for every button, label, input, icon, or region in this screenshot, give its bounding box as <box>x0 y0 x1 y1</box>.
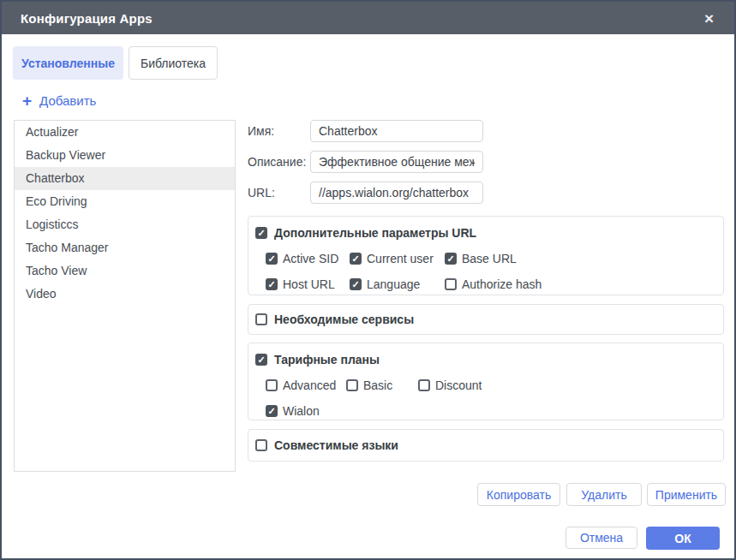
host-url-checkbox[interactable] <box>266 278 278 290</box>
app-list-item[interactable]: Tacho View <box>15 259 235 283</box>
languages-header[interactable]: Совместимые языки <box>248 430 723 452</box>
app-list: Actualizer Backup Viewer Chatterbox Eco … <box>14 120 236 472</box>
add-app-button[interactable]: + Добавить <box>22 90 96 110</box>
app-list-item[interactable]: Logisticcs <box>15 213 235 236</box>
delete-button[interactable]: Удалить <box>566 483 642 506</box>
app-list-item[interactable]: Actualizer <box>15 121 235 144</box>
option-advanced[interactable]: Advanced <box>266 378 346 392</box>
app-list-item-selected[interactable]: Chatterbox <box>15 167 235 190</box>
url-params-section: Дополнительные параметры URL Active SID … <box>248 216 724 295</box>
url-params-checkbox[interactable] <box>255 227 267 239</box>
language-checkbox[interactable] <box>350 278 362 290</box>
languages-checkbox[interactable] <box>255 439 267 451</box>
base-url-checkbox[interactable] <box>445 253 457 265</box>
basic-checkbox[interactable] <box>346 379 358 391</box>
wialon-checkbox[interactable] <box>266 405 278 417</box>
tab-library[interactable]: Библиотека <box>129 46 218 80</box>
url-params-title: Дополнительные параметры URL <box>274 226 476 240</box>
services-header[interactable]: Необходимые сервисы <box>248 305 723 326</box>
option-active-sid[interactable]: Active SID <box>266 252 350 265</box>
option-wialon[interactable]: Wialon <box>266 404 320 418</box>
dialog-title: Конфигурация Apps <box>21 11 153 26</box>
advanced-checkbox[interactable] <box>266 379 278 391</box>
url-field[interactable] <box>310 182 483 204</box>
add-app-label: Добавить <box>39 93 96 108</box>
ok-button[interactable]: ОК <box>646 527 720 550</box>
option-basic[interactable]: Basic <box>346 378 418 392</box>
name-field[interactable] <box>310 120 483 142</box>
cancel-button[interactable]: Отмена <box>565 527 637 549</box>
services-section: Необходимые сервисы <box>248 304 724 335</box>
app-list-item[interactable]: Tacho Manager <box>15 236 235 259</box>
tab-installed[interactable]: Установленные <box>13 46 123 80</box>
option-language[interactable]: Language <box>350 277 445 291</box>
option-authorize-hash[interactable]: Authorize hash <box>445 277 542 291</box>
billing-plans-header[interactable]: Тарифные планы <box>248 343 723 366</box>
copy-button[interactable]: Копировать <box>477 483 560 506</box>
billing-plans-section: Тарифные планы Advanced Basic Discount <box>248 343 724 420</box>
apps-configuration-dialog: Конфигурация Apps × Установленные Библио… <box>0 0 736 560</box>
billing-plans-checkbox[interactable] <box>255 354 267 366</box>
apply-button[interactable]: Применить <box>647 483 726 506</box>
app-list-item[interactable]: Eco Driving <box>15 190 235 213</box>
url-params-header[interactable]: Дополнительные параметры URL <box>248 217 723 240</box>
option-current-user[interactable]: Current user <box>350 252 445 265</box>
services-checkbox[interactable] <box>255 313 267 325</box>
name-label: Имя: <box>248 120 274 142</box>
active-sid-checkbox[interactable] <box>266 253 278 265</box>
description-label: Описание: <box>248 151 306 173</box>
app-list-item[interactable]: Backup Viewer <box>15 144 235 167</box>
url-label: URL: <box>248 182 275 204</box>
app-list-item[interactable]: Video <box>15 283 235 306</box>
authorize-hash-checkbox[interactable] <box>445 278 457 290</box>
billing-plans-title: Тарифные планы <box>274 353 380 366</box>
option-host-url[interactable]: Host URL <box>266 277 350 291</box>
languages-title: Совместимые языки <box>274 438 398 452</box>
description-field[interactable] <box>310 151 483 173</box>
plus-icon: + <box>22 92 32 109</box>
close-icon[interactable]: × <box>701 9 717 28</box>
discount-checkbox[interactable] <box>418 379 430 391</box>
dialog-titlebar: Конфигурация Apps × <box>2 2 734 34</box>
services-title: Необходимые сервисы <box>274 313 414 326</box>
option-discount[interactable]: Discount <box>418 378 482 392</box>
languages-section: Совместимые языки <box>248 429 724 462</box>
option-base-url[interactable]: Base URL <box>445 252 517 265</box>
current-user-checkbox[interactable] <box>350 253 362 265</box>
